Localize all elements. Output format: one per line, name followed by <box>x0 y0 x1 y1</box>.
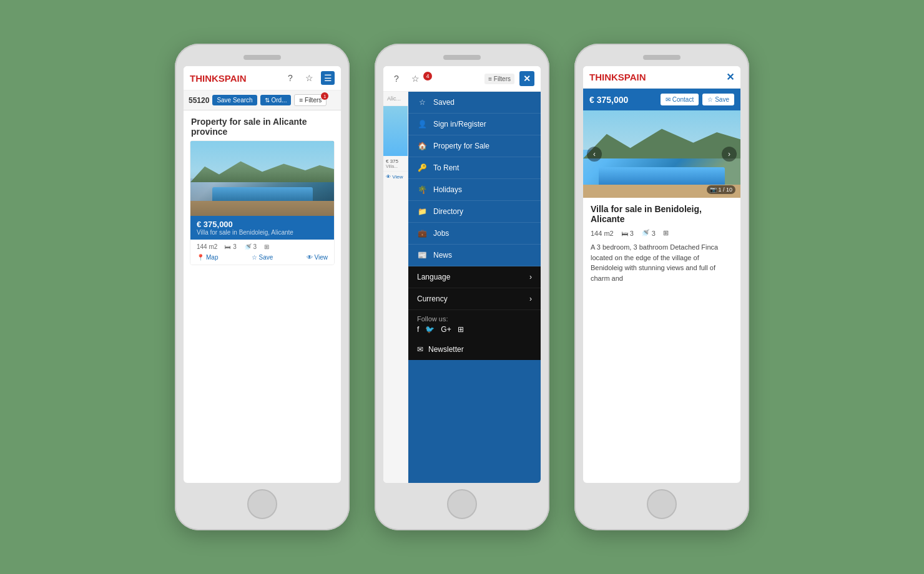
key-icon: 🔑 <box>417 163 427 172</box>
menu-item-directory[interactable]: 📁 Directory <box>408 201 541 223</box>
save-action[interactable]: ☆ Save <box>252 254 273 261</box>
contact-icon: ✉ <box>666 96 671 103</box>
contact-button[interactable]: ✉ Contact <box>661 94 699 105</box>
type-spec: ⊞ <box>264 243 269 250</box>
carousel-image <box>583 110 740 198</box>
menu-item-news[interactable]: 📰 News <box>408 245 541 266</box>
notification-badge: 4 <box>423 72 432 80</box>
user-icon: 👤 <box>417 120 427 129</box>
beds-spec: 🛏 3 <box>225 243 236 250</box>
filter-badge: 1 <box>321 92 328 100</box>
baths-spec: 🚿 3 <box>641 229 656 237</box>
property-sale-label: Property for Sale <box>433 142 489 150</box>
property-subtitle: Villa for sale in Benidoleig, Alicante <box>197 229 328 236</box>
menu-item-saved[interactable]: ☆ Saved <box>408 92 541 114</box>
property-actions: 📍 Map ☆ Save 👁 View <box>197 254 328 261</box>
phone1-header: thinkSPAIN ? ☆ ☰ <box>184 66 341 90</box>
baths-spec: 🚿 3 <box>244 243 257 250</box>
menu-item-signin[interactable]: 👤 Sign in/Register <box>408 114 541 135</box>
currency-label: Currency <box>417 294 448 303</box>
logo-spain-p3: SPAIN <box>618 72 646 82</box>
follow-us-section: Follow us: f 🐦 G+ ⊞ <box>408 310 541 339</box>
type-spec: ⊞ <box>663 229 669 237</box>
map-action[interactable]: 📍 Map <box>197 254 218 261</box>
phone-1: thinkSPAIN ? ☆ ☰ 55120 Save Search ⇅ Ord… <box>175 44 350 530</box>
close-menu-button[interactable]: ✕ <box>519 71 534 86</box>
size-spec: 144 m2 <box>197 243 217 250</box>
menu-panel: Alic... € 375 Villa... 👁 View ☆ Saved 👤 … <box>383 92 541 483</box>
price-bar: € 375,000 Villa for sale in Benidoleig, … <box>190 216 334 240</box>
filters-label-p2[interactable]: ≡ Filters <box>484 74 514 84</box>
currency-chevron: › <box>529 294 532 303</box>
jobs-icon: 💼 <box>417 229 427 238</box>
news-label: News <box>433 251 452 260</box>
save-star-icon: ☆ <box>707 96 713 103</box>
help-icon[interactable]: ? <box>283 71 297 85</box>
language-chevron: › <box>529 273 532 281</box>
detail-specs: 144 m2 🛏 3 🚿 3 ⊞ <box>591 229 733 237</box>
rss-icon[interactable]: ⊞ <box>458 325 464 334</box>
favorite-icon-p2[interactable]: ☆ <box>408 72 422 85</box>
property-specs: 144 m2 🛏 3 🚿 3 ⊞ <box>197 243 328 250</box>
header-icons: ? ☆ ☰ <box>283 71 335 85</box>
logo-spain: SPAIN <box>219 73 247 84</box>
price-action-bar: € 375,000 ✉ Contact ☆ Save <box>583 89 740 110</box>
googleplus-icon[interactable]: G+ <box>441 325 451 334</box>
result-count: 55120 <box>189 96 209 105</box>
favorite-icon[interactable]: ☆ <box>302 71 316 85</box>
image-carousel: ‹ › 📷 1 / 10 <box>583 110 740 198</box>
follow-label: Follow us: <box>417 315 532 323</box>
size-spec: 144 m2 <box>591 230 614 237</box>
filters-button[interactable]: ≡ Filters 1 <box>294 94 327 106</box>
facebook-icon[interactable]: f <box>417 325 419 334</box>
menu-item-property-sale[interactable]: 🏠 Property for Sale <box>408 135 541 157</box>
property-details: 144 m2 🛏 3 🚿 3 ⊞ 📍 Map ☆ Save 👁 View <box>190 240 334 265</box>
phone1-toolbar: 55120 Save Search ⇅ Ord... ≡ Filters 1 <box>184 90 341 110</box>
menu-icon[interactable]: ☰ <box>321 71 335 85</box>
logo-think: think <box>190 73 219 84</box>
twitter-icon[interactable]: 🐦 <box>425 325 435 334</box>
menu-item-to-rent[interactable]: 🔑 To Rent <box>408 157 541 179</box>
saved-label: Saved <box>433 98 455 107</box>
menu-item-newsletter[interactable]: ✉ Newsletter <box>408 339 541 360</box>
phone2-header: ? ☆ 4 ≡ Filters ✕ <box>383 66 541 92</box>
directory-label: Directory <box>433 207 463 216</box>
holidays-label: Holidays <box>433 185 462 194</box>
property-image <box>190 141 334 216</box>
camera-icon: 📷 <box>710 187 719 193</box>
menu-item-currency[interactable]: Currency › <box>408 288 541 310</box>
carousel-prev-button[interactable]: ‹ <box>587 147 602 162</box>
detail-action-buttons: ✉ Contact ☆ Save <box>661 94 734 105</box>
help-icon-p2[interactable]: ? <box>390 72 403 85</box>
detail-description: A 3 bedroom, 3 bathroom Detached Finca l… <box>591 242 733 283</box>
detail-title: Villa for sale in Benidoleig, Alicante <box>591 204 733 224</box>
detail-price: € 375,000 <box>589 95 628 105</box>
close-detail-button[interactable]: ✕ <box>726 71 734 83</box>
directory-icon: 📁 <box>417 207 427 216</box>
social-icons: f 🐦 G+ ⊞ <box>417 325 532 334</box>
detail-content: Villa for sale in Benidoleig, Alicante 1… <box>583 198 740 289</box>
carousel-next-button[interactable]: › <box>722 147 737 162</box>
save-button[interactable]: ☆ Save <box>702 94 734 105</box>
menu-item-jobs[interactable]: 💼 Jobs <box>408 223 541 245</box>
view-action[interactable]: 👁 View <box>307 254 328 261</box>
save-search-button[interactable]: Save Search <box>212 95 257 105</box>
phone-2-screen: ? ☆ 4 ≡ Filters ✕ Alic... € 375 Villa...… <box>383 66 541 483</box>
order-button[interactable]: ⇅ Ord... <box>260 95 292 105</box>
newsletter-label: Newsletter <box>428 345 464 354</box>
logo-p3: thinkSPAIN <box>589 72 646 82</box>
signin-label: Sign in/Register <box>433 120 486 129</box>
jobs-label: Jobs <box>433 229 449 238</box>
phone-2: ? ☆ 4 ≡ Filters ✕ Alic... € 375 Villa...… <box>375 44 549 530</box>
price: € 375,000 <box>197 220 328 229</box>
logo-think-p3: think <box>589 72 618 82</box>
menu-item-language[interactable]: Language › <box>408 266 541 288</box>
page-title: Property for sale in Alicante province <box>184 110 341 140</box>
language-label: Language <box>417 273 450 281</box>
menu-item-holidays[interactable]: 🌴 Holidays <box>408 179 541 201</box>
phone-3-screen: thinkSPAIN ✕ € 375,000 ✉ Contact ☆ Save <box>583 66 740 483</box>
phone-1-screen: thinkSPAIN ? ☆ ☰ 55120 Save Search ⇅ Ord… <box>184 66 341 483</box>
logo: thinkSPAIN <box>190 73 247 84</box>
property-card: € 375,000 Villa for sale in Benidoleig, … <box>190 140 335 265</box>
menu-left-partial: Alic... € 375 Villa... 👁 View <box>383 92 408 483</box>
